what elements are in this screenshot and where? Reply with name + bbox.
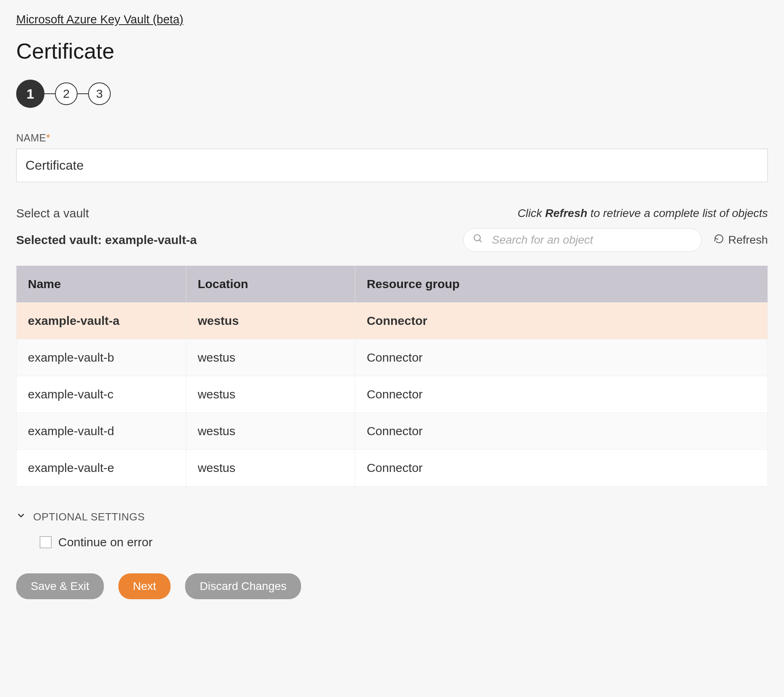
col-header-resource-group[interactable]: Resource group [355, 266, 768, 303]
vault-table: Name Location Resource group example-vau… [16, 265, 768, 486]
refresh-label: Refresh [728, 234, 768, 246]
optional-settings-toggle[interactable]: OPTIONAL SETTINGS [16, 511, 768, 523]
table-cell-location: westus [186, 413, 355, 450]
table-cell-name: example-vault-d [17, 413, 186, 450]
continue-on-error-checkbox[interactable] [40, 536, 52, 548]
table-cell-group: Connector [355, 339, 768, 376]
search-input[interactable] [463, 228, 702, 252]
search-wrap [463, 228, 702, 252]
refresh-hint: Click Refresh to retrieve a complete lis… [518, 207, 768, 220]
select-vault-label: Select a vault [16, 206, 89, 220]
svg-line-1 [479, 240, 481, 242]
table-cell-name: example-vault-a [17, 303, 186, 339]
name-label-text: NAME [16, 132, 46, 143]
hint-prefix: Click [518, 207, 545, 219]
stepper: 1 2 3 [16, 80, 768, 108]
table-cell-group: Connector [355, 303, 768, 339]
required-asterisk: * [46, 132, 50, 143]
hint-suffix: to retrieve a complete list of objects [587, 207, 768, 219]
col-header-name[interactable]: Name [17, 266, 186, 303]
svg-point-0 [474, 235, 480, 241]
name-input[interactable] [16, 149, 768, 182]
col-header-location[interactable]: Location [186, 266, 355, 303]
next-button[interactable]: Next [118, 573, 171, 599]
optional-settings-label: OPTIONAL SETTINGS [33, 511, 145, 523]
table-cell-name: example-vault-b [17, 339, 186, 376]
table-row[interactable]: example-vault-dwestusConnector [17, 413, 768, 450]
table-cell-name: example-vault-c [17, 376, 186, 413]
table-cell-location: westus [186, 376, 355, 413]
search-icon [473, 234, 483, 247]
table-cell-name: example-vault-e [17, 450, 186, 486]
table-row[interactable]: example-vault-cwestusConnector [17, 376, 768, 413]
table-row[interactable]: example-vault-bwestusConnector [17, 339, 768, 376]
discard-button[interactable]: Discard Changes [185, 573, 301, 599]
step-connector [44, 93, 55, 94]
refresh-button[interactable]: Refresh [714, 234, 768, 247]
table-cell-location: westus [186, 339, 355, 376]
table-cell-location: westus [186, 303, 355, 339]
table-cell-group: Connector [355, 450, 768, 486]
step-connector [78, 93, 88, 94]
chevron-down-icon [16, 511, 26, 523]
selected-vault-label: Selected vault: example-vault-a [16, 233, 197, 247]
page-title: Certificate [16, 38, 768, 63]
table-row[interactable]: example-vault-ewestusConnector [17, 450, 768, 486]
continue-on-error-label: Continue on error [58, 535, 152, 549]
table-row[interactable]: example-vault-awestusConnector [17, 303, 768, 339]
refresh-icon [714, 234, 724, 247]
table-cell-location: westus [186, 450, 355, 486]
hint-bold: Refresh [545, 207, 587, 219]
table-cell-group: Connector [355, 376, 768, 413]
name-field-label: NAME* [16, 132, 768, 144]
save-exit-button[interactable]: Save & Exit [16, 573, 104, 599]
step-3[interactable]: 3 [88, 82, 111, 105]
table-cell-group: Connector [355, 413, 768, 450]
step-1[interactable]: 1 [16, 80, 44, 108]
selected-vault-prefix: Selected vault: [16, 233, 105, 246]
selected-vault-value: example-vault-a [105, 233, 197, 246]
breadcrumb-link[interactable]: Microsoft Azure Key Vault (beta) [16, 13, 183, 26]
step-2[interactable]: 2 [55, 82, 78, 105]
